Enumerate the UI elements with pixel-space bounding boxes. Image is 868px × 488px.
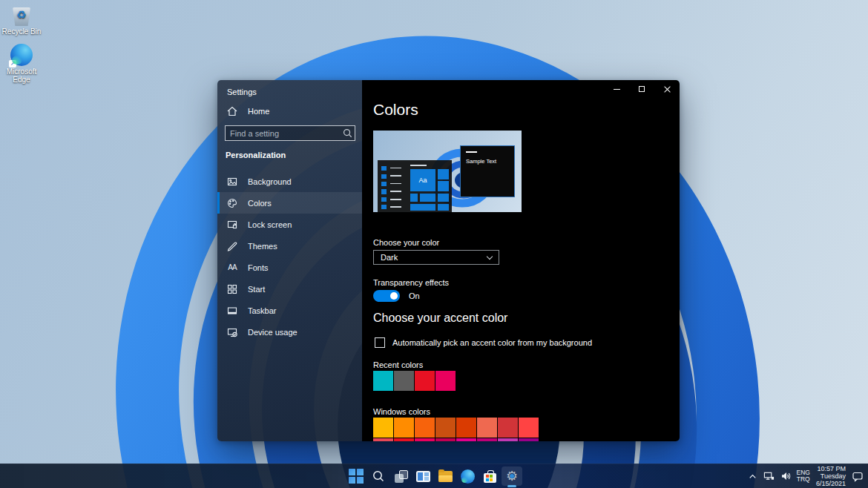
tray-network-button[interactable] — [763, 471, 775, 481]
color-swatch[interactable] — [394, 418, 414, 438]
desktop-icon-label: Recycle Bin — [2, 27, 42, 36]
file-explorer-icon — [438, 471, 453, 482]
settings-content: Colors Aa — [362, 80, 680, 441]
transparency-toggle[interactable] — [373, 290, 400, 302]
sidebar-item-home[interactable]: Home — [226, 105, 269, 117]
taskbar-icon — [226, 305, 238, 317]
settings-search[interactable] — [225, 125, 355, 141]
palette-icon — [226, 197, 238, 209]
transparency-label: Transparency effects — [373, 278, 449, 287]
shortcut-arrow-icon: ↗ — [9, 60, 16, 67]
color-swatch[interactable] — [435, 438, 456, 441]
color-swatch[interactable] — [373, 418, 393, 438]
taskbar: ⚙ — [0, 464, 868, 488]
home-icon — [226, 105, 238, 117]
tray-date: 6/15/2021 — [816, 480, 846, 487]
preview-sample-window: Sample Text — [460, 145, 515, 197]
color-swatch[interactable] — [456, 418, 476, 438]
color-swatch[interactable] — [415, 371, 435, 391]
language-indicator[interactable]: ENG TRQ — [797, 469, 810, 484]
speaker-icon — [780, 471, 791, 481]
maximize-button[interactable] — [629, 80, 654, 98]
color-swatch[interactable] — [415, 438, 435, 441]
page-title: Colors — [373, 101, 418, 119]
tray-volume-button[interactable] — [780, 471, 791, 481]
color-swatch[interactable] — [498, 438, 518, 441]
sidebar-item-label: Device usage — [248, 328, 297, 337]
color-swatch[interactable] — [435, 371, 456, 391]
color-swatch[interactable] — [394, 438, 414, 441]
desktop: ♻ Recycle Bin ↗ Microsoft Edge Settings … — [0, 0, 868, 488]
auto-accent-label: Automatically pick an accent color from … — [392, 338, 592, 347]
home-label: Home — [248, 107, 269, 116]
color-swatch[interactable] — [456, 438, 476, 441]
maximize-icon — [639, 86, 645, 92]
close-icon — [664, 86, 671, 93]
settings-window: Settings Home Personalization — [217, 80, 680, 441]
close-button[interactable] — [654, 80, 680, 98]
color-swatch[interactable] — [373, 438, 393, 441]
edge-icon: ↗ — [10, 44, 33, 66]
minimize-icon — [614, 89, 620, 90]
sidebar-item-device-usage[interactable]: Device usage — [217, 321, 362, 343]
search-icon — [340, 128, 355, 138]
lock-screen-icon — [226, 219, 238, 231]
color-mode-value: Dark — [381, 253, 398, 262]
gear-icon: ⚙ — [504, 469, 519, 484]
minimize-button[interactable] — [604, 80, 629, 98]
sidebar-item-colors[interactable]: Colors — [217, 192, 362, 214]
sidebar-item-label: Background — [248, 177, 292, 186]
task-view-button[interactable] — [390, 466, 411, 486]
preview-start-menu: Aa — [378, 160, 452, 212]
microsoft-store-button[interactable] — [479, 466, 500, 486]
color-swatch[interactable] — [498, 418, 518, 438]
notification-center-button[interactable] — [852, 471, 864, 482]
recycle-bin-icon: ♻ — [12, 5, 31, 26]
desktop-icon-microsoft-edge[interactable]: ↗ Microsoft Edge — [1, 44, 42, 84]
color-swatch[interactable] — [477, 418, 497, 438]
sidebar-item-themes[interactable]: Themes — [217, 235, 362, 257]
taskbar-search-button[interactable] — [368, 466, 389, 486]
settings-sidebar: Settings Home Personalization — [217, 80, 362, 441]
auto-accent-checkbox[interactable] — [375, 337, 385, 348]
window-controls — [604, 80, 680, 98]
tray-chevron-up-button[interactable] — [748, 472, 757, 481]
file-explorer-button[interactable] — [435, 466, 456, 486]
edge-button[interactable] — [457, 466, 478, 486]
chevron-up-icon — [748, 472, 757, 481]
desktop-icon-recycle-bin[interactable]: ♻ Recycle Bin — [1, 5, 42, 36]
sidebar-item-taskbar[interactable]: Taskbar — [217, 300, 362, 321]
sidebar-item-fonts[interactable]: AA Fonts — [217, 257, 362, 278]
color-swatch[interactable] — [435, 418, 456, 438]
color-swatch[interactable] — [477, 438, 497, 441]
search-input[interactable] — [226, 129, 340, 138]
sidebar-item-background[interactable]: Background — [217, 171, 362, 192]
store-icon — [484, 473, 496, 483]
task-view-icon — [392, 468, 409, 484]
transparency-state: On — [409, 291, 420, 300]
color-mode-dropdown[interactable]: Dark — [373, 250, 499, 265]
theme-preview-image: Aa Sample Text — [373, 131, 522, 212]
color-swatch[interactable] — [519, 418, 539, 438]
preview-sample-text: Sample Text — [466, 158, 496, 165]
preview-aa-tile: Aa — [410, 169, 435, 191]
sidebar-item-start[interactable]: Start — [217, 278, 362, 300]
color-swatch[interactable] — [394, 371, 414, 391]
tray-clock[interactable]: 10:57 PM Tuesday 6/15/2021 — [816, 465, 846, 487]
widgets-button[interactable] — [412, 466, 433, 486]
settings-button[interactable]: ⚙ — [502, 466, 522, 486]
sidebar-item-lock-screen[interactable]: Lock screen — [217, 214, 362, 235]
sidebar-item-label: Lock screen — [248, 220, 292, 229]
start-button[interactable] — [346, 466, 366, 486]
paintbrush-icon — [226, 240, 238, 252]
sidebar-item-label: Themes — [248, 242, 277, 251]
widgets-icon — [416, 471, 430, 482]
taskbar-center-icons: ⚙ — [345, 464, 523, 488]
color-swatch[interactable] — [373, 371, 393, 391]
color-swatch[interactable] — [415, 418, 435, 438]
recent-colors-label: Recent colors — [373, 360, 423, 369]
chevron-down-icon — [487, 253, 493, 259]
sidebar-item-label: Fonts — [248, 263, 269, 272]
device-usage-icon — [226, 326, 238, 338]
color-swatch[interactable] — [519, 438, 539, 441]
